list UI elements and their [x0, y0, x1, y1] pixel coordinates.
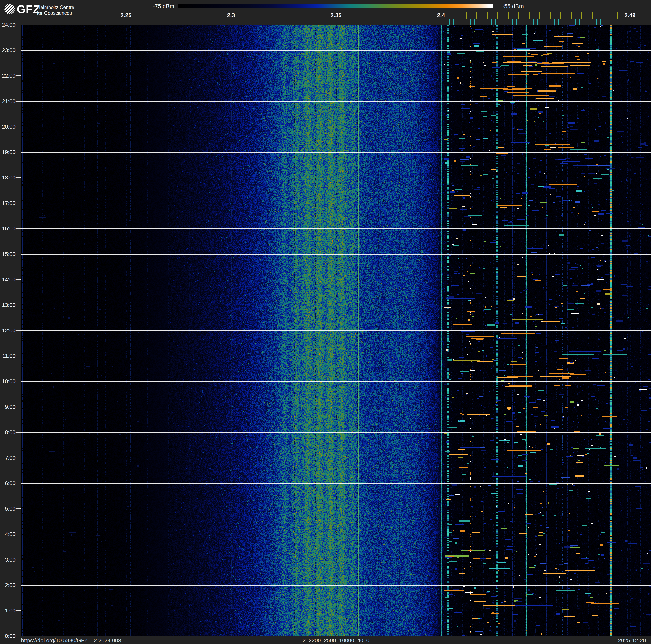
freq-label: 2.3: [227, 12, 235, 19]
hour-label: 1:00: [5, 607, 16, 614]
hour-label: 21:00: [2, 98, 16, 105]
wifi-channel-tick: [560, 12, 561, 19]
hour-label: 14:00: [2, 276, 16, 283]
wifi-channel-tick: [582, 12, 582, 19]
hour-gridline: [21, 585, 651, 586]
hour-tick: [17, 76, 21, 76]
hour-gridline: [21, 509, 651, 509]
hour-tick: [17, 534, 21, 534]
hour-tick: [17, 610, 21, 611]
hour-gridline: [21, 635, 651, 635]
hour-tick: [17, 407, 21, 407]
hour-tick: [17, 585, 21, 585]
hour-label: 11:00: [2, 353, 16, 359]
date-label: 2025-12-20: [618, 637, 646, 644]
hour-label: 3:00: [5, 556, 16, 563]
freq-tick-minor: [357, 19, 357, 25]
ble-channel-tick: [567, 19, 567, 25]
hour-tick: [17, 508, 21, 509]
hour-tick: [17, 305, 21, 305]
ble-channel-tick: [558, 19, 559, 25]
hour-label: 13:00: [2, 302, 16, 308]
hour-label: 9:00: [5, 404, 16, 410]
hour-tick: [17, 126, 21, 127]
hour-gridline: [21, 330, 651, 331]
hour-tick: [17, 483, 21, 484]
ble-channel-tick: [588, 19, 588, 25]
ble-channel-tick: [550, 19, 550, 25]
ble-channel-tick: [579, 19, 580, 25]
ble-channel-tick: [504, 19, 504, 25]
hour-label: 10:00: [2, 378, 16, 385]
ble-channel-tick: [525, 19, 525, 25]
freq-label: 2.25: [121, 12, 132, 19]
freq-tick-minor: [84, 19, 84, 25]
freq-tick-minor: [420, 19, 420, 25]
wifi-channel-tick: [592, 12, 593, 19]
ble-channel-tick: [495, 19, 496, 25]
ble-channel-tick: [491, 19, 492, 25]
ble-channel-tick: [474, 19, 475, 25]
freq-tick-minor: [399, 19, 399, 25]
ble-channel-tick: [554, 19, 555, 25]
hour-gridline: [21, 305, 651, 305]
dataset-id: 2_2200_2500_10000_40_0: [21, 637, 651, 644]
freq-label: 2.49: [624, 12, 636, 19]
hour-label: 19:00: [2, 149, 16, 155]
ble-channel-tick: [454, 19, 454, 25]
hour-tick: [17, 228, 21, 229]
freq-tick-minor: [147, 19, 147, 25]
hour-label: 0:00: [5, 633, 16, 639]
hour-label: 20:00: [2, 123, 16, 130]
hour-gridline: [21, 203, 651, 203]
ble-channel-tick: [508, 19, 508, 25]
hour-label: 24:00: [2, 22, 16, 28]
hour-gridline: [21, 280, 651, 280]
ble-channel-tick: [546, 19, 546, 25]
ble-channel-tick: [533, 19, 534, 25]
ble-channel-tick: [529, 19, 529, 25]
hour-label: 6:00: [5, 480, 16, 487]
wifi-channel-tick: [550, 12, 551, 19]
wifi-channel-tick: [508, 12, 508, 19]
hour-gridline: [21, 534, 651, 534]
wifi-channel-tick: [529, 12, 530, 19]
ble-channel-tick: [470, 19, 471, 25]
hour-gridline: [21, 50, 651, 51]
ble-channel-tick: [487, 19, 488, 25]
hour-tick: [17, 50, 21, 51]
wifi-channel-tick: [519, 12, 519, 19]
freq-tick-minor: [210, 19, 210, 25]
freq-tick-minor: [105, 19, 105, 25]
hour-gridline: [21, 458, 651, 458]
freq-tick-minor: [252, 19, 252, 25]
hour-gridline: [21, 76, 651, 76]
ble-channel-tick: [592, 19, 592, 25]
hour-label: 16:00: [2, 225, 16, 232]
hour-gridline: [21, 381, 651, 382]
hour-gridline: [21, 254, 651, 255]
hour-label: 4:00: [5, 531, 16, 537]
hour-gridline: [21, 178, 651, 178]
hour-tick: [17, 636, 21, 636]
hour-label: 7:00: [5, 455, 16, 461]
freq-tick-minor: [378, 19, 378, 25]
hour-gridline: [21, 152, 651, 153]
hour-gridline: [21, 229, 651, 229]
frequency-axis: 2.252.32.352.42.49: [21, 0, 651, 25]
ble-channel-tick: [584, 19, 584, 25]
hour-tick: [17, 559, 21, 560]
hour-tick: [17, 203, 21, 203]
hour-label: 5:00: [5, 505, 16, 512]
ble-channel-tick: [537, 19, 538, 25]
ble-channel-tick: [521, 19, 521, 25]
hour-tick: [17, 356, 21, 356]
wifi-channel-tick: [539, 12, 540, 19]
ble-channel-tick: [462, 19, 462, 25]
hour-label: 8:00: [5, 429, 16, 436]
freq-label: 2.35: [331, 12, 342, 19]
ble-channel-tick: [541, 19, 542, 25]
hour-tick: [17, 432, 21, 433]
hour-tick: [17, 152, 21, 152]
hour-gridline: [21, 356, 651, 356]
